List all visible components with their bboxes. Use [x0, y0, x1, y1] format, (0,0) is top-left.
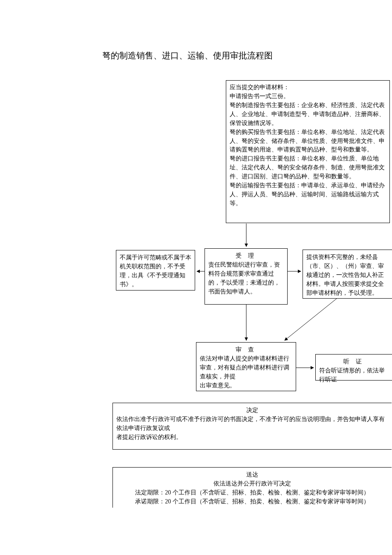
hearing-header: 听 证: [319, 357, 389, 366]
decision-line: 者提起行政诉讼的权利。: [116, 433, 388, 442]
decision-line: 依法作出准予行政许可或不准予行政许可的书面决定，不准予许可的应当说明理由，并告知…: [116, 415, 388, 433]
accept-header: 受 理: [208, 251, 284, 260]
delivery-header: 送达: [116, 470, 388, 479]
incomplete-box: 提供资料不完整的，未经县（市、区）、（州）审查、审核通过的，一次性告知人补正材料…: [303, 250, 392, 299]
review-header: 审 查: [200, 345, 292, 354]
materials-line: 弩的制造报告书主要包括：企业名称、经济性质、法定代表人、企业地址、申请制造型号、…: [230, 101, 386, 128]
review-body: 出审查意见。: [200, 381, 292, 390]
reject-box: 不属于许可范畴或不属于本机关职权范围的，不予受理，出具《不予受理通知书》。: [116, 250, 195, 291]
delivery-box: 送达 依法送达并公开行政许可决定 法定期限：20 个工作日（不含听证、招标、拍卖…: [112, 467, 392, 508]
decision-box: 决定 依法作出准予行政许可或不准予行政许可的书面决定，不准予许可的应当说明理由，…: [112, 403, 392, 450]
delivery-line: 法定期限：20 个工作日（不含听证、招标、拍卖、检验、检测、鉴定和专家评审等时间…: [116, 488, 388, 497]
delivery-line: 承诺期限：20 个工作日（不含听证、招标、拍卖、检验、检测、鉴定和专家评审等时间…: [116, 497, 388, 506]
hearing-body: 符合听证情形的，依法举行听证: [319, 366, 389, 384]
review-box: 审 查 依法对申请人提交的申请材料进行审查，对有疑点的申请材料进行调查核实，并提…: [196, 342, 296, 391]
svg-line-4: [285, 299, 337, 340]
review-body: 依法对申请人提交的申请材料进行审查，对有疑点的申请材料进行调查核实，并提: [200, 354, 292, 381]
page-title: 弩的制造销售、进口、运输、使用审批流程图: [0, 49, 375, 62]
decision-header: 决定: [116, 406, 388, 415]
flowchart-page: 弩的制造销售、进口、运输、使用审批流程图 应当提交的申请材料： 申请报告书一式三…: [0, 0, 392, 555]
accept-box: 受 理 责任民警组织进行审查，资料符合规范要求审查通过的，予以受理；未通过的，书…: [205, 248, 288, 305]
materials-box: 应当提交的申请材料： 申请报告书一式三份。 弩的制造报告书主要包括：企业名称、经…: [226, 80, 390, 223]
accept-body: 责任民警组织进行审查，资料符合规范要求审查通过的，予以受理；未通过的，书面告知申…: [208, 260, 284, 296]
materials-line: 应当提交的申请材料：: [230, 83, 386, 92]
delivery-line: 依法送达并公开行政许可决定: [116, 479, 388, 488]
hearing-box: 听 证 符合听证情形的，依法举行听证: [315, 354, 392, 381]
materials-line: 申请报告书一式三份。: [230, 92, 386, 101]
materials-line: 弩的进口报告书主要包括：单位名称、单位性质、单位地址、法定代表人、弩的安全储存条…: [230, 154, 386, 181]
materials-line: 弩的运输报告书主要包括：申请单位、承运单位、申请经办人、押运人员、弩的品种、运输…: [230, 181, 386, 208]
materials-line: 弩的购买报告书主要包括：单位名称、单位地址、法定代表人、弩的安全、储存条件、单位…: [230, 128, 386, 155]
